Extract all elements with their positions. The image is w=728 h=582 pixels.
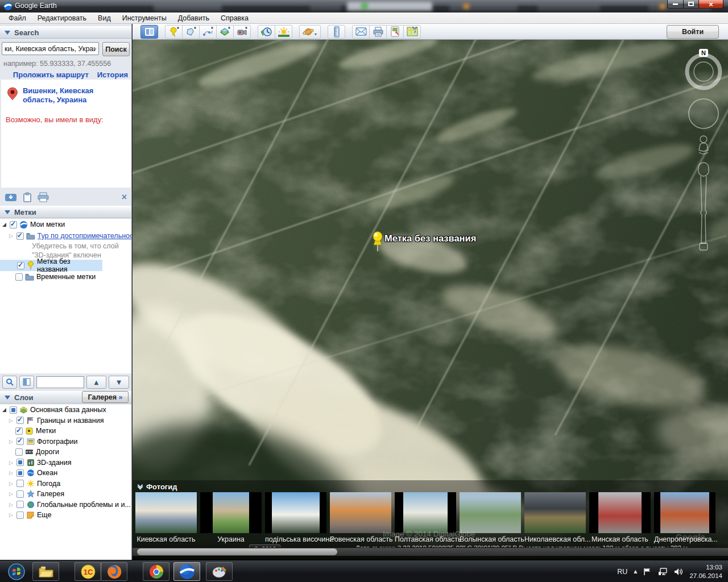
photo-thumb-kiev[interactable]: Киевская область [135,492,197,544]
layer-3d-buildings[interactable]: ▷ 3D-здания [0,458,131,468]
tray-clock[interactable]: 13:03 27.06.2014 [689,563,725,580]
tour-checkbox[interactable] [16,232,24,240]
show-profile-button[interactable] [19,376,34,389]
layer-global-awareness-checkbox[interactable] [16,501,24,508]
tree-item-placemark[interactable]: Метка без названия [0,260,102,271]
places-filter-input[interactable] [36,376,84,388]
taskbar-paint-button[interactable] [206,562,233,581]
record-tour-button[interactable] [233,25,251,39]
collapse-chevrons-icon[interactable] [138,485,142,489]
history-link[interactable]: История [97,70,128,79]
search-input[interactable] [2,42,99,55]
expander-closed-icon[interactable]: ▷ [9,512,14,518]
layer-gallery-checkbox[interactable] [16,490,24,498]
my-places-checkbox[interactable] [10,221,17,228]
photo-thumb-rivne[interactable]: Ровенская область [330,492,391,544]
add-polygon-button[interactable] [182,25,200,39]
search-result-item[interactable]: Вишенки, Киевская область, Украина [1,80,131,105]
layer-weather[interactable]: ▷ Погода [0,479,131,489]
add-placemark-button[interactable] [165,25,183,39]
photo-thumb-podilska[interactable]: подільська височина [265,492,326,544]
layer-roads-checkbox[interactable] [15,448,23,456]
sunlight-button[interactable] [275,25,292,39]
find-in-places-button[interactable] [2,376,17,389]
print-icon[interactable] [38,192,49,202]
menu-file[interactable]: Файл [3,13,31,23]
language-indicator[interactable]: RU [617,568,627,576]
menu-add[interactable]: Добавить [173,13,214,23]
save-image-button[interactable] [386,25,404,39]
taskbar-explorer-button[interactable] [32,562,59,581]
layer-weather-checkbox[interactable] [16,480,24,487]
print-button[interactable] [369,25,387,39]
expander-closed-icon[interactable]: ▷ [9,418,14,423]
layer-placemarks[interactable]: Метки [0,426,131,436]
search-button[interactable]: Поиск [102,42,130,56]
taskbar-firefox-button[interactable] [101,562,127,581]
gallery-button[interactable]: Галерея » [82,391,129,403]
taskbar-1c-button[interactable]: 1С [75,562,101,581]
menu-help[interactable]: Справка [216,13,254,23]
layer-root-checkbox[interactable] [10,406,17,414]
maximize-button[interactable] [683,0,699,9]
map-viewport[interactable]: Метка без названия N Фотогид Киевская об… [133,40,728,560]
menu-tools[interactable]: Инструменты [117,13,172,23]
view-in-maps-button[interactable] [403,25,421,39]
clear-results-icon[interactable]: × [122,193,127,202]
menu-view[interactable]: Вид [93,13,116,23]
layer-roads[interactable]: Дороги [0,447,131,458]
layer-placemarks-checkbox[interactable] [15,427,23,435]
tree-item-my-places[interactable]: Мои метки [0,219,131,230]
planets-button[interactable] [299,25,321,39]
layer-root[interactable]: Основная база данных [0,405,131,415]
login-button[interactable]: Войти [667,25,719,39]
expander-open-icon[interactable] [2,223,6,227]
historical-imagery-button[interactable] [258,25,275,39]
layer-ocean[interactable]: ▷ Океан [0,468,131,479]
layer-more[interactable]: ▷ Еще [0,510,131,521]
menu-edit[interactable]: Редактировать [32,13,92,23]
taskbar-google-earth-button[interactable] [173,562,200,581]
map-pushpin-icon[interactable] [370,231,385,252]
photo-thumb-mykolaiv[interactable]: Николаевская обл... [524,492,586,544]
expander-closed-icon[interactable]: ▷ [9,460,14,465]
expander-closed-icon[interactable]: ▷ [9,491,14,497]
tray-expand-icon[interactable]: ▲ [634,569,637,574]
close-button[interactable]: × [698,0,723,9]
expander-closed-icon[interactable]: ▷ [9,481,14,487]
layer-gallery[interactable]: ▷ Галерея [0,489,131,500]
expander-closed-icon[interactable]: ▷ [9,470,14,476]
minimize-button[interactable] [667,0,684,9]
sidebar-toggle-button[interactable] [140,25,158,39]
action-center-flag-icon[interactable] [643,568,652,576]
speaker-icon[interactable] [674,568,683,576]
photo-strip-scrollbar[interactable] [133,547,728,556]
layers-panel-header[interactable]: Слои Галерея » [0,391,131,404]
copy-icon[interactable] [23,192,32,203]
expander-closed-icon[interactable]: ▷ [9,439,14,444]
add-path-button[interactable] [199,25,217,39]
layer-ocean-checkbox[interactable] [16,469,24,477]
map-placemark-label[interactable]: Метка без названия [384,233,476,244]
find-previous-button[interactable]: ▲ [86,376,107,389]
search-panel-header[interactable]: Search [0,26,131,39]
route-link[interactable]: Проложить маршрут [13,70,89,79]
layer-photos-checkbox[interactable] [16,438,24,445]
taskbar-chrome-button[interactable] [143,562,169,581]
email-button[interactable] [352,25,370,39]
start-button[interactable] [3,562,30,581]
layer-photos[interactable]: ▷ Фотографии [0,436,131,447]
add-image-overlay-button[interactable] [216,25,234,39]
layer-borders[interactable]: ▷ Границы и названия [0,415,131,426]
temp-places-checkbox[interactable] [15,273,23,281]
find-next-button[interactable]: ▼ [109,376,129,389]
save-to-places-icon[interactable] [5,192,17,202]
ruler-button[interactable] [328,25,345,39]
tree-item-temp-places[interactable]: Временные метки [0,271,131,282]
layer-global-awareness[interactable]: ▷ Глобальные проблемы и и... [0,500,131,510]
navigation-controls[interactable]: N [684,44,723,283]
layer-3d-buildings-checkbox[interactable] [16,459,24,466]
network-icon[interactable] [658,568,668,576]
expander-closed-icon[interactable]: ▷ [9,502,14,508]
photo-thumb-ukraine[interactable]: Украина [200,492,262,544]
